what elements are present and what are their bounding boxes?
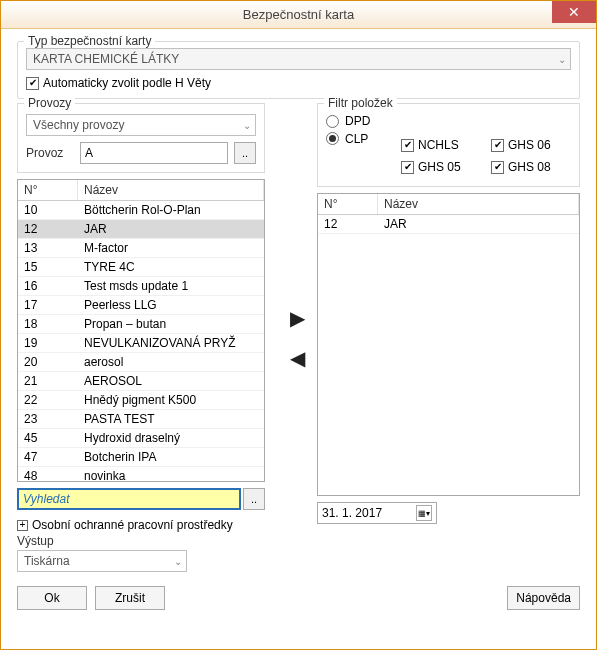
calendar-icon[interactable]: ▦▾ (416, 505, 432, 521)
table-row[interactable]: 12JAR (318, 215, 579, 234)
cancel-button[interactable]: Zrušit (95, 586, 165, 610)
move-right-button[interactable]: ▶ (290, 306, 305, 330)
close-icon: ✕ (568, 4, 580, 20)
vystup-label: Výstup (17, 534, 265, 548)
chevron-down-icon: ⌄ (558, 54, 566, 65)
left-table: N° Název 10Böttcherin Rol-O-Plan12JAR13M… (17, 179, 265, 482)
filter-label: Filtr položek (324, 96, 397, 110)
ghs05-checkbox[interactable]: ✔ (401, 161, 414, 174)
table-row[interactable]: 45Hydroxid draselný (18, 429, 264, 448)
provozy-label: Provozy (24, 96, 75, 110)
table-row[interactable]: 20aerosol (18, 353, 264, 372)
vystup-combo[interactable]: Tiskárna ⌄ (17, 550, 187, 572)
filter-group: Filtr položek DPD CLP ✔NCHLS ✔GHS 06 ✔GH… (317, 103, 580, 187)
ghs05-label: GHS 05 (418, 160, 461, 174)
oopp-label: Osobní ochranné pracovní prostředky (32, 518, 233, 532)
right-table-header: N° Název (318, 194, 579, 215)
right-table-body[interactable]: 12JAR (318, 215, 579, 495)
clp-radio[interactable] (326, 132, 339, 145)
clp-label: CLP (345, 132, 375, 146)
provozy-group: Provozy Všechny provozy ⌄ Provoz A .. (17, 103, 265, 173)
dpd-radio[interactable] (326, 115, 339, 128)
left-table-header: N° Název (18, 180, 264, 201)
ghs06-checkbox[interactable]: ✔ (491, 139, 504, 152)
chevron-down-icon: ⌄ (174, 556, 182, 567)
table-row[interactable]: 18Propan – butan (18, 315, 264, 334)
col-name-header[interactable]: Název (378, 194, 579, 214)
auto-label: Automaticky zvolit podle H Věty (43, 76, 211, 90)
table-row[interactable]: 12JAR (18, 220, 264, 239)
col-n-header[interactable]: N° (18, 180, 78, 200)
table-row[interactable]: 48novinka (18, 467, 264, 481)
close-button[interactable]: ✕ (552, 1, 596, 23)
table-row[interactable]: 23PASTA TEST (18, 410, 264, 429)
provoz-browse-button[interactable]: .. (234, 142, 256, 164)
search-browse-button[interactable]: .. (243, 488, 265, 510)
search-placeholder: Vyhledat (23, 492, 69, 506)
help-button[interactable]: Nápověda (507, 586, 580, 610)
card-type-value: KARTA CHEMICKÉ LÁTKY (33, 52, 179, 66)
nchls-checkbox[interactable]: ✔ (401, 139, 414, 152)
plus-icon: + (17, 520, 28, 531)
table-row[interactable]: 10Böttcherin Rol-O-Plan (18, 201, 264, 220)
table-row[interactable]: 17Peerless LLG (18, 296, 264, 315)
date-value: 31. 1. 2017 (322, 506, 382, 520)
provozy-value: Všechny provozy (33, 118, 124, 132)
table-row[interactable]: 22Hnědý pigment K500 (18, 391, 264, 410)
ghs06-label: GHS 06 (508, 138, 551, 152)
window-title: Bezpečnostní karta (1, 7, 596, 22)
ghs08-label: GHS 08 (508, 160, 551, 174)
card-type-label: Typ bezpečnostní karty (24, 34, 155, 48)
ghs08-checkbox[interactable]: ✔ (491, 161, 504, 174)
oopp-expander[interactable]: + Osobní ochranné pracovní prostředky (17, 518, 265, 532)
card-type-group: Typ bezpečnostní karty KARTA CHEMICKÉ LÁ… (17, 41, 580, 99)
left-table-body[interactable]: 10Böttcherin Rol-O-Plan12JAR13M-factor15… (18, 201, 264, 481)
ok-button[interactable]: Ok (17, 586, 87, 610)
vystup-value: Tiskárna (24, 554, 70, 568)
provoz-label: Provoz (26, 146, 74, 160)
table-row[interactable]: 47Botcherin IPA (18, 448, 264, 467)
move-left-button[interactable]: ◀ (290, 346, 305, 370)
right-table: N° Název 12JAR (317, 193, 580, 496)
chevron-down-icon: ⌄ (243, 120, 251, 131)
auto-checkbox[interactable]: ✔ (26, 77, 39, 90)
card-type-combo[interactable]: KARTA CHEMICKÉ LÁTKY ⌄ (26, 48, 571, 70)
date-input[interactable]: 31. 1. 2017 ▦▾ (317, 502, 437, 524)
provoz-input[interactable]: A (80, 142, 228, 164)
table-row[interactable]: 16Test msds update 1 (18, 277, 264, 296)
search-input[interactable]: Vyhledat (17, 488, 241, 510)
titlebar: Bezpečnostní karta ✕ (1, 1, 596, 29)
table-row[interactable]: 21AEROSOL (18, 372, 264, 391)
provozy-combo[interactable]: Všechny provozy ⌄ (26, 114, 256, 136)
table-row[interactable]: 19NEVULKANIZOVANÁ PRYŽ (18, 334, 264, 353)
table-row[interactable]: 13M-factor (18, 239, 264, 258)
nchls-label: NCHLS (418, 138, 459, 152)
col-name-header[interactable]: Název (78, 180, 264, 200)
col-n-header[interactable]: N° (318, 194, 378, 214)
table-row[interactable]: 15TYRE 4C (18, 258, 264, 277)
dpd-label: DPD (345, 114, 370, 128)
provoz-value: A (85, 146, 93, 160)
